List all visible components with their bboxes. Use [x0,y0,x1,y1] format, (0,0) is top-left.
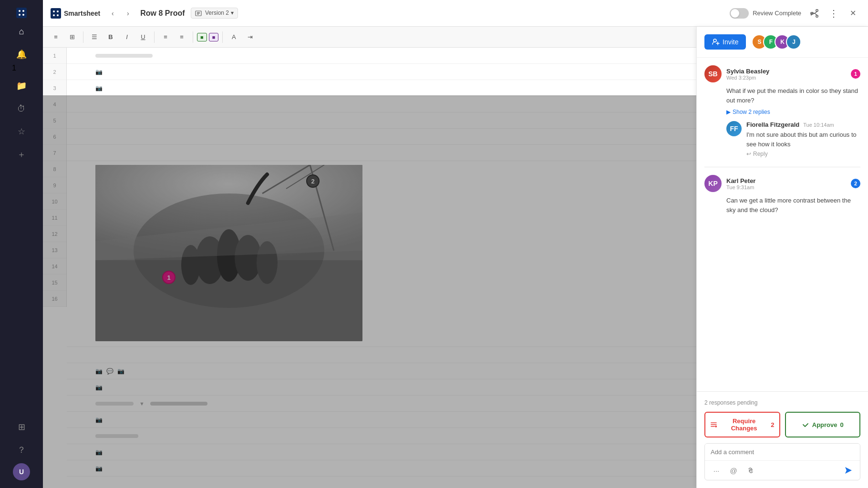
toolbar-menu[interactable]: ≡ [49,30,63,44]
comment-meta-2: Karl Peter Tue 9:31am [726,177,846,190]
reply-content-1: Fiorella Fitzgerald Tue 10:14am I'm not … [746,121,860,157]
require-changes-label: Require Changes [720,417,768,432]
top-bar: Smartsheet ‹ › Row 8 Proof Version 2 ▾ [43,0,868,27]
share-button[interactable] [807,6,822,21]
toolbar-align-center[interactable]: ≡ [175,30,189,44]
comment-badge-2: 2 [851,179,860,188]
dim-overlay [43,95,696,488]
version-selector[interactable]: Version 2 ▾ [191,8,238,19]
invite-button[interactable]: Invite [704,34,746,50]
recent-nav[interactable]: ⏱ [12,99,31,118]
toolbar-bold[interactable]: B [103,30,118,44]
require-changes-button[interactable]: Require Changes 2 [704,412,780,437]
version-dropdown-icon: ▾ [231,10,234,16]
replies-arrow: ▶ [726,109,731,115]
more-options-input-button[interactable]: ··· [710,464,723,477]
send-button[interactable] [842,464,855,477]
comments-section: SB Sylvia Beasley Wed 3:23pm 1 What if w… [697,58,868,391]
home-icon[interactable]: ⌂ [12,22,31,41]
require-changes-count: 2 [771,421,774,428]
toolbar-highlight-purple[interactable]: ■ [209,33,219,41]
more-options-button[interactable]: ⋮ [826,6,841,21]
reply-action-1[interactable]: ↩ Reply [746,151,860,157]
reply-icon: ↩ [746,151,751,157]
svg-point-2 [19,14,21,16]
back-button[interactable]: ‹ [106,7,119,20]
comment-text-1: What if we put the medals in color so th… [726,86,860,105]
reply-item-1: FF Fiorella Fitzgerald Tue 10:14am I'm n… [726,121,860,157]
toolbar-italic[interactable]: I [120,30,134,44]
comment-input[interactable] [705,444,860,460]
smartsheet-logo: Smartsheet [51,8,100,19]
comment-header-2: KP Karl Peter Tue 9:31am 2 [704,175,860,192]
clock-icon[interactable]: ⏱ [12,99,31,118]
star-icon[interactable]: ☆ [12,122,31,141]
reply-meta-1: Fiorella Fitzgerald Tue 10:14am [746,121,860,128]
camera-icon: 📷 [95,69,103,75]
help-icon[interactable]: ？ [12,440,31,459]
nav-arrows: ‹ › [106,7,134,20]
svg-point-24 [713,39,716,42]
comment-input-toolbar: ··· @ [705,460,860,480]
toolbar-rows[interactable]: ☰ [87,30,102,44]
comment-input-area: ··· @ [704,443,860,480]
help-nav[interactable]: ？ [12,440,31,459]
camera-icon: 📷 [95,85,103,92]
toolbar-text-color[interactable]: A [227,30,241,44]
footer-divider [697,391,868,392]
folder-icon[interactable]: 📁 [12,76,31,95]
grid-icon[interactable]: ⊞ [12,417,31,437]
create-nav[interactable]: ＋ [12,145,31,164]
review-toggle-switch[interactable] [730,8,749,19]
comment-meta-1: Sylvia Beasley Wed 3:23pm [726,68,846,81]
svg-point-0 [19,10,21,12]
comment-header-1: SB Sylvia Beasley Wed 3:23pm 1 [704,65,860,82]
review-complete-toggle[interactable]: Review Complete [730,8,801,19]
panel-footer: 2 responses pending Require Changes 2 Ap… [697,399,868,488]
sylvia-avatar[interactable]: SB [704,65,722,82]
toolbar-divider-4 [222,31,223,43]
close-button[interactable]: ✕ [845,6,860,21]
bell-icon[interactable]: 🔔 [12,45,31,64]
toolbar-divider-3 [193,31,193,43]
reply-author-1: Fiorella Fitzgerald [746,121,799,128]
collaborator-avatar-4[interactable]: J [786,34,801,50]
row-num-3: 3 [43,80,66,96]
toolbar-indent[interactable]: ⇥ [243,30,257,44]
forward-button[interactable]: › [121,7,134,20]
topbar-actions: ⋮ ✕ [807,6,860,21]
karl-avatar[interactable]: KP [704,175,722,192]
svg-point-27 [715,426,717,427]
apps-nav[interactable]: ⊞ [12,417,31,437]
home-nav[interactable]: ⌂ [12,22,31,41]
show-replies-1[interactable]: ▶ Show 2 replies [726,109,860,115]
toolbar-grid[interactable]: ⊞ [65,30,79,44]
mention-button[interactable]: @ [727,464,740,477]
svg-point-7 [57,14,59,16]
svg-point-1 [22,10,24,12]
approve-button[interactable]: Approve 0 [785,412,861,437]
plus-icon[interactable]: ＋ [12,145,31,164]
favorites-nav[interactable]: ☆ [12,122,31,141]
invite-section: Invite S F K J [697,27,868,58]
review-complete-label: Review Complete [753,10,801,17]
toolbar-highlight-green[interactable]: ■ [197,33,207,41]
toolbar-align-left[interactable]: ≡ [158,30,173,44]
comment-text-2: Can we get a little more contrast betwee… [726,196,860,214]
fiorella-avatar[interactable]: FF [726,121,742,136]
svg-point-5 [57,10,59,12]
toolbar-divider-1 [83,31,83,43]
brand-name: Smartsheet [64,10,100,17]
show-replies-label: Show 2 replies [733,109,770,115]
files-nav[interactable]: 📁 [12,76,31,95]
link-button[interactable] [744,464,757,477]
toolbar-underline[interactable]: U [136,30,150,44]
row-num-2: 2 [43,64,66,80]
user-avatar[interactable]: U [13,463,30,480]
svg-rect-13 [816,15,818,17]
row-num-1: 1 [43,48,66,64]
action-buttons: Require Changes 2 Approve 0 [704,412,860,437]
notifications-nav[interactable]: 🔔 1 [12,45,31,72]
reply-time-1: Tue 10:14am [803,122,834,128]
left-sidebar: ⌂ 🔔 1 📁 ⏱ ☆ ＋ ⊞ ？ U [0,0,43,488]
